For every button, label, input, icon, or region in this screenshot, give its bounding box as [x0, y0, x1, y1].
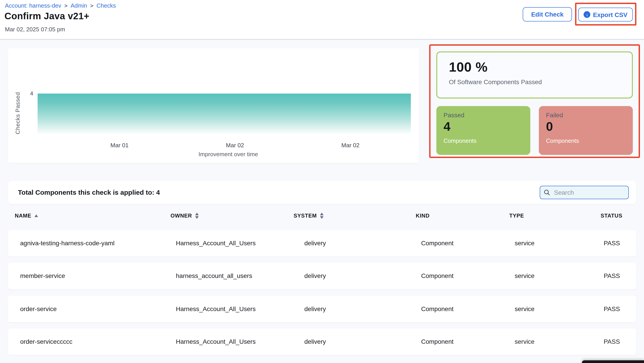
- summary-panel: 100 % Of Software Components Passed Pass…: [429, 44, 640, 158]
- row-type: service: [515, 230, 534, 256]
- column-header-kind-label: KIND: [416, 212, 430, 219]
- row-kind: Component: [421, 296, 454, 322]
- breadcrumb-account-link[interactable]: Account: harness-dev: [5, 2, 61, 9]
- chart-x-tick: Mar 02: [215, 142, 255, 148]
- edit-check-button[interactable]: Edit Check: [523, 7, 572, 22]
- sort-icon[interactable]: [195, 212, 199, 219]
- row-owner: harness_account_all_users: [176, 263, 252, 289]
- row-name: order-serviceccccc: [20, 328, 72, 355]
- column-header-system[interactable]: SYSTEM: [294, 212, 324, 219]
- column-header-status-label: STATUS: [600, 212, 622, 219]
- total-components-bar: Total Components this check is applied t…: [8, 181, 636, 204]
- chart-y-axis-label: Checks Passed: [14, 75, 22, 151]
- chart-x-axis-label: Improvement over time: [179, 151, 278, 158]
- download-icon: ↓: [584, 11, 590, 18]
- page-title: Confirm Java v21+: [4, 11, 89, 22]
- row-name: agniva-testing-harness-code-yaml: [20, 230, 114, 256]
- column-header-name-label: NAME: [15, 212, 31, 219]
- passed-label: Passed: [444, 112, 530, 118]
- percent-passed-card: 100 % Of Software Components Passed: [436, 52, 633, 98]
- total-components-label: Total Components this check is applied t…: [18, 181, 160, 204]
- row-type: service: [515, 328, 534, 355]
- column-header-name[interactable]: NAME: [15, 212, 38, 219]
- column-header-owner[interactable]: OWNER: [170, 212, 199, 219]
- breadcrumb-admin-link[interactable]: Admin: [71, 2, 87, 9]
- row-type: service: [515, 296, 534, 322]
- row-kind: Component: [421, 328, 454, 355]
- percent-passed-value: 100 %: [449, 60, 632, 75]
- passed-count: 4: [444, 120, 530, 134]
- row-owner: Harness_Account_All_Users: [176, 296, 256, 322]
- failed-unit: Components: [546, 138, 633, 144]
- table-row[interactable]: agniva-testing-harness-code-yaml Harness…: [8, 230, 636, 256]
- page-header: Account: harness-dev>Admin>Checks Confir…: [0, 0, 644, 39]
- chart-x-tick: Mar 02: [330, 142, 370, 148]
- export-csv-label: Export CSV: [593, 11, 628, 18]
- page: Account: harness-dev>Admin>Checks Confir…: [0, 0, 644, 363]
- row-status: PASS: [604, 296, 620, 322]
- chart-y-tick: 4: [23, 90, 33, 97]
- checks-passed-chart: Checks Passed 4 Mar 01 Mar 02 Mar 02 Imp…: [8, 48, 419, 163]
- search-input[interactable]: [553, 188, 620, 196]
- breadcrumb-checks-link[interactable]: Checks: [96, 2, 116, 9]
- row-name: member-service: [20, 263, 65, 289]
- row-status: PASS: [604, 328, 620, 355]
- row-system: delivery: [304, 230, 326, 256]
- failed-card: Failed 0 Components: [539, 106, 633, 155]
- column-header-system-label: SYSTEM: [294, 212, 317, 219]
- row-system: delivery: [304, 263, 326, 289]
- column-header-type: TYPE: [509, 212, 524, 219]
- row-system: delivery: [304, 296, 326, 322]
- table-row[interactable]: member-service harness_account_all_users…: [8, 263, 636, 289]
- failed-label: Failed: [546, 112, 633, 118]
- breadcrumb-separator-icon: >: [90, 3, 93, 9]
- row-status: PASS: [604, 230, 620, 256]
- row-type: service: [515, 263, 534, 289]
- row-system: delivery: [304, 328, 326, 355]
- export-csv-button[interactable]: ↓ Export CSV: [578, 8, 633, 22]
- check-timestamp: Mar 02, 2025 07:05 pm: [5, 26, 65, 33]
- failed-count: 0: [546, 120, 633, 134]
- row-kind: Component: [421, 230, 454, 256]
- search-input-wrap[interactable]: [540, 186, 629, 199]
- row-owner: Harness_Account_All_Users: [176, 230, 256, 256]
- column-header-kind: KIND: [416, 212, 430, 219]
- passed-card: Passed 4 Components: [436, 106, 530, 155]
- bottom-right-widget[interactable]: [582, 360, 644, 363]
- row-status: PASS: [604, 263, 620, 289]
- search-icon: [544, 189, 550, 196]
- percent-passed-caption: Of Software Components Passed: [449, 78, 632, 86]
- edit-check-label: Edit Check: [531, 11, 564, 18]
- chart-area-series: [38, 94, 411, 135]
- sort-icon[interactable]: [320, 212, 324, 219]
- column-header-type-label: TYPE: [509, 212, 524, 219]
- table-row[interactable]: order-serviceccccc Harness_Account_All_U…: [8, 328, 636, 355]
- row-name: order-service: [20, 296, 56, 322]
- table-row[interactable]: order-service Harness_Account_All_Users …: [8, 296, 636, 322]
- breadcrumb: Account: harness-dev>Admin>Checks: [5, 2, 116, 9]
- row-kind: Component: [421, 263, 454, 289]
- sort-asc-icon[interactable]: [34, 214, 38, 217]
- chart-x-tick: Mar 01: [99, 142, 140, 148]
- column-header-owner-label: OWNER: [170, 212, 192, 219]
- breadcrumb-separator-icon: >: [64, 3, 67, 9]
- table-header: NAME OWNER SYSTEM KIND TYPE STATUS: [0, 212, 644, 223]
- passed-unit: Components: [444, 138, 530, 144]
- column-header-status: STATUS: [600, 212, 622, 219]
- row-owner: Harness_Account_All_Users: [176, 328, 256, 355]
- header-divider: [0, 39, 644, 40]
